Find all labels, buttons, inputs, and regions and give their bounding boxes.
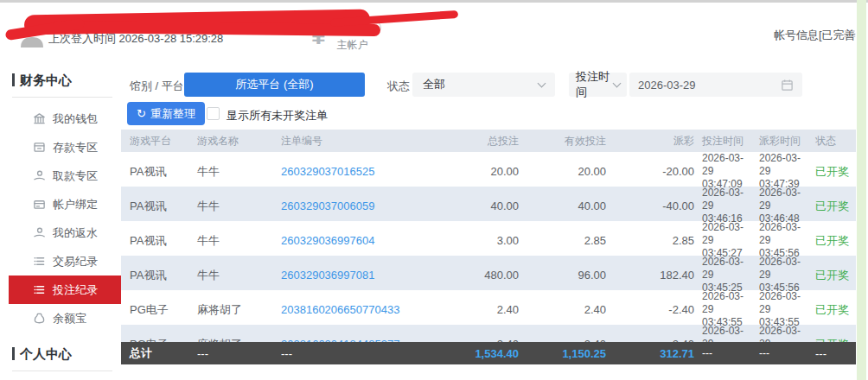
page-edge-strip [857, 0, 866, 380]
sidebar-item-label: 取款专区 [53, 168, 98, 184]
sidebar-item-label: 投注纪录 [53, 282, 98, 298]
sidebar-item-deposit[interactable]: 存款专区 [0, 133, 121, 162]
cell-payout-time: 2026-03-2903:46:48 [755, 187, 811, 225]
totals-bet-time: --- [694, 347, 755, 360]
sidebar-item-bet-records[interactable]: 投注纪录 [9, 276, 121, 304]
cell-valid-bet: 96.00 [519, 269, 606, 282]
bank-building-icon [33, 112, 46, 125]
col-header-game: 游戏名称 [197, 134, 281, 149]
col-header-bet-time: 投注时间 [694, 135, 755, 148]
status-badge: 已开奖 [811, 302, 856, 318]
platform-filter-label: 馆别 / 平台 [130, 79, 184, 94]
table-row: PA视讯 牛牛 260329036997081 480.00 96.00 182… [121, 256, 856, 290]
col-header-valid-bet: 有效投注 [519, 134, 606, 149]
cell-valid-bet: 20.00 [519, 165, 606, 178]
cell-valid-bet: 2.85 [519, 234, 606, 247]
date-value: 2026-03-29 [638, 79, 696, 92]
totals-total-bet: 1,534.40 [450, 347, 519, 360]
totals-status: --- [811, 347, 856, 360]
cell-game: 牛牛 [197, 268, 281, 283]
order-number-link[interactable]: 260329037016525 [281, 165, 450, 178]
sidebar-item-label: 我的钱包 [53, 111, 98, 127]
order-number-link[interactable]: 260329037006059 [281, 200, 450, 212]
status-badge: 已开奖 [811, 233, 856, 249]
deposit-box-icon [33, 141, 46, 154]
col-header-payout-time: 派彩时间 [755, 134, 811, 149]
cell-payout: -2.40 [606, 303, 694, 316]
cell-payout-time: 2026-03-2903:45:56 [755, 221, 811, 260]
hand-coin-icon [33, 169, 46, 182]
refresh-icon: ↻ [137, 107, 146, 120]
money-bag-icon [33, 312, 46, 325]
order-number-link[interactable]: 2038160206650770433 [281, 303, 450, 316]
calendar-icon [781, 79, 794, 92]
cell-valid-bet: 2.40 [519, 303, 606, 316]
totals-payout-time: --- [755, 347, 811, 360]
col-header-order-no: 注单编号 [281, 134, 450, 149]
sidebar-item-my-wallet[interactable]: 我的钱包 [0, 104, 121, 133]
sidebar-item-label: 我的返水 [53, 225, 98, 241]
cell-platform: PA视讯 [130, 233, 197, 249]
totals-valid-bet: 1,150.25 [519, 347, 606, 360]
selected-platform-button[interactable]: 所选平台 (全部) [184, 73, 365, 97]
cell-payout: -40.00 [606, 200, 694, 212]
filter-bar: 馆别 / 平台 所选平台 (全部) 状态 全部 投注时间 2026-03-29 [121, 69, 856, 100]
cell-game: 牛牛 [197, 233, 281, 249]
status-badge: 已开奖 [811, 164, 856, 180]
cell-bet-time: 2026-03-2903:47:09 [694, 152, 755, 191]
totals-order-no: --- [281, 347, 450, 360]
cell-game: 牛牛 [197, 164, 281, 180]
cell-game: 麻将胡了 [197, 302, 281, 318]
sidebar-item-label: 帐户绑定 [53, 197, 98, 212]
cell-payout-time: 2026-03-2903:45:56 [755, 256, 811, 294]
list-icon [33, 283, 46, 296]
totals-row: 总计 --- --- 1,534.40 1,150.25 312.71 --- … [121, 342, 856, 364]
table-row: PA视讯 牛牛 260329036997604 3.00 2.85 2.85 2… [121, 221, 856, 256]
hand-coin-icon [33, 226, 46, 239]
status-badge: 已开奖 [811, 199, 856, 214]
time-type-value: 投注时间 [576, 69, 610, 100]
cell-total-bet: 3.00 [450, 234, 519, 247]
sidebar-item-rebate[interactable]: 我的返水 [0, 218, 121, 247]
sidebar-item-label: 余额宝 [53, 311, 86, 326]
totals-payout: 312.71 [606, 347, 694, 360]
status-filter-label: 状态 [387, 79, 410, 94]
chevron-down-icon [538, 79, 546, 87]
sidebar-item-account-binding[interactable]: 帐户绑定 [0, 190, 121, 218]
col-header-total-bet: 总投注 [450, 134, 519, 149]
date-input[interactable]: 2026-03-29 [629, 73, 802, 97]
cell-total-bet: 2.40 [450, 303, 519, 316]
time-type-select[interactable]: 投注时间 [569, 73, 627, 97]
sidebar-item-withdraw[interactable]: 取款专区 [0, 162, 121, 190]
cell-payout: 182.40 [606, 269, 694, 282]
status-select[interactable]: 全部 [412, 73, 555, 97]
cell-bet-time: 2026-03-2903:46:16 [694, 187, 755, 225]
cell-valid-bet: 40.00 [519, 200, 606, 212]
cell-total-bet: 40.00 [450, 200, 519, 212]
sidebar-section-finance-title: 财务中心 [12, 73, 112, 98]
refresh-button[interactable]: ↻ 重新整理 [127, 102, 205, 125]
account-info-link[interactable]: 帐号信息[已完善 [774, 28, 856, 43]
cell-platform: PA视讯 [130, 268, 197, 283]
page: 上次登入时间 2026-03-28 15:29:28 ¥ 3.40 ↻ 主帐户 … [0, 0, 868, 380]
cell-payout-time: 2026-03-2903:47:39 [755, 152, 811, 191]
totals-game: --- [197, 347, 281, 360]
col-header-payout: 派彩 [606, 134, 694, 149]
sidebar-item-yuebao[interactable]: 余额宝 [0, 304, 121, 332]
order-number-link[interactable]: 260329036997081 [281, 269, 450, 282]
cell-bet-time: 2026-03-2903:43:55 [694, 290, 755, 329]
sidebar-section-personal-title: 个人中心 [12, 346, 112, 371]
sidebar-item-label: 交易纪录 [53, 254, 98, 269]
table-row: PG电子 麻将胡了 2038160206650770433 2.40 2.40 … [121, 290, 856, 325]
cell-total-bet: 20.00 [450, 165, 519, 178]
sidebar-item-transaction-records[interactable]: 交易纪录 [0, 247, 121, 276]
cell-platform: PA视讯 [130, 199, 197, 214]
show-unsettled-checkbox[interactable] [207, 107, 220, 120]
cell-game: 牛牛 [197, 199, 281, 214]
bank-card-icon [33, 198, 46, 211]
refresh-button-label: 重新整理 [150, 106, 195, 122]
table-row: PA视讯 牛牛 260329037006059 40.00 40.00 -40.… [121, 187, 856, 221]
order-number-link[interactable]: 260329036997604 [281, 234, 450, 247]
show-unsettled-label: 显示所有未开奖注单 [227, 108, 328, 124]
totals-label: 总计 [130, 345, 197, 361]
